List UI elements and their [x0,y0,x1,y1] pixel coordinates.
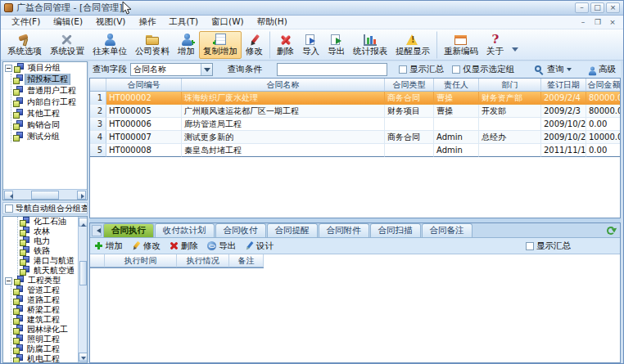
tree-item[interactable]: 内部自行工程 [11,97,87,108]
menu-item[interactable]: 编辑(E) [47,16,88,29]
detail-tab[interactable]: 收付款计划 [155,223,215,237]
detail-toolbar-button[interactable]: 设计 [244,240,274,252]
column-header[interactable]: 合同金额 [586,79,621,92]
column-header[interactable]: 执行情况 [177,254,229,267]
only-selected-group-checkbox-row[interactable]: 仅显示选定组 [452,64,514,75]
detail-show-summary-checkbox[interactable] [526,242,534,250]
tree-item[interactable]: 照明工程 [11,335,78,344]
scrollbar-thumb[interactable] [79,261,87,285]
scroll-up-icon[interactable] [79,218,88,227]
table-row[interactable]: 4 HT000007 测试更多新的 商务合同 Admin 总经办 2009/10… [90,131,620,144]
toolbar-button[interactable]: 关于 [482,31,508,59]
toolbar-overflow-chevron[interactable] [509,33,520,57]
table-row[interactable]: 5 HT000008 秦皇岛封堵工程 Admin 2011/11/1 0.00 [90,144,620,157]
column-header[interactable]: 合同类型 [385,79,434,92]
menu-item[interactable]: 工具(T) [163,16,204,29]
detail-tab[interactable]: 合同执行 [103,223,154,237]
toolbar-button[interactable]: 删除 [269,31,298,59]
column-header[interactable]: 备注 [229,254,264,267]
show-summary-checkbox-row[interactable]: 显示汇总 [399,64,444,75]
chevron-down-icon[interactable] [201,64,212,75]
detail-toolbar-button[interactable]: 修改 [131,240,161,252]
tree-item[interactable]: 机电工程 [11,354,78,362]
tree-item[interactable]: 农林 [18,227,78,236]
menu-item[interactable]: 操作 [133,16,161,29]
column-header[interactable]: 合同编号 [106,79,182,92]
scroll-right-icon[interactable] [77,191,86,200]
toolbar-button[interactable]: 公司资料 [131,31,174,59]
auto-group-checkbox-row[interactable]: 导航自动组合分组查询 [2,202,88,214]
tree-item[interactable]: 管道工程 [11,285,78,295]
minimize-button[interactable]: – [575,2,589,13]
tree-item[interactable]: 港口与航道 [18,256,78,266]
column-header[interactable]: 执行时间 [105,254,177,267]
vertical-scrollbar[interactable] [78,217,87,362]
detail-toolbar-button[interactable]: 删除 [169,240,198,252]
show-summary-checkbox[interactable] [399,65,407,74]
scroll-left-icon[interactable] [4,191,13,200]
toolbar-button[interactable]: 导出 [323,31,349,59]
tree-item[interactable]: 招投标工程 [11,74,87,85]
column-header[interactable]: 责任人 [434,79,479,92]
collapse-panel-button[interactable] [92,225,102,236]
close-button[interactable]: × [606,2,620,13]
tree-item[interactable]: 铁路 [18,246,78,256]
column-header[interactable]: 签订日期 [541,79,586,92]
collapse-expander-icon[interactable] [5,277,12,285]
toolbar-button[interactable]: 系统设置 [46,31,88,59]
maximize-button[interactable]: □ [590,2,604,13]
query-field-select[interactable]: 合同名称 [130,63,213,76]
detail-tab[interactable]: 合同备注 [422,223,473,237]
menu-item[interactable]: 帮助(H) [251,16,293,29]
detail-tab[interactable]: 合同收付 [215,223,266,237]
toolbar-button[interactable]: 往来单位 [88,31,131,59]
toolbar-button[interactable]: 复制增加 [199,31,242,59]
query-condition-input[interactable] [277,63,387,76]
advanced-button[interactable]: 高级 [583,63,617,76]
tree-item[interactable]: 购销合同 [11,119,87,131]
only-selected-group-checkbox[interactable] [452,65,460,74]
toolbar-button[interactable]: 导入 [298,31,323,59]
toolbar-button[interactable]: 重新编码 [436,31,482,59]
detail-tab[interactable]: 合同附件 [319,223,369,237]
detail-toolbar-button[interactable]: 增加 [93,240,123,252]
tree-item[interactable]: 化工石油 [18,217,78,227]
auto-group-checkbox[interactable] [5,204,13,213]
tree-item[interactable]: 测试分组 [11,131,87,142]
detail-toolbar-button[interactable]: 导出 [206,240,236,252]
menu-item[interactable]: 窗口(W) [206,16,250,29]
table-row[interactable]: 3 HT000006 廊坊管道局工程 2009/10/28 0.00 [90,118,620,131]
column-header[interactable]: 合同名称 [182,79,385,92]
refresh-icon[interactable] [606,225,617,236]
toolbar-button[interactable]: 提醒显示 [391,31,434,59]
toolbar-button[interactable]: 修改 [242,31,267,59]
scroll-down-icon[interactable] [79,353,88,362]
tree-item[interactable]: 普通用户工程 [11,85,87,97]
toolbar-button[interactable]: 系统选项 [3,31,46,59]
tree-item[interactable]: 桥梁工程 [11,305,78,315]
toolbar-button[interactable]: 增加 [174,31,199,59]
menu-item[interactable]: 视图(V) [90,16,131,29]
collapse-expander-icon[interactable] [5,65,12,72]
tree-root-project-types[interactable]: 工程类型 [3,276,78,285]
horizontal-scrollbar[interactable] [3,189,87,200]
table-row[interactable]: 2 HT000005 广州顺风速运花都厂区一期工程 财务项目 曹操 开发部 20… [90,105,620,118]
tree-item[interactable]: 防腐工程 [11,344,78,354]
detail-tab[interactable]: 合同扫描 [370,223,421,237]
mdi-restore-button[interactable]: ❐ [592,18,604,26]
tree-item[interactable]: 航天航空通 [18,266,78,276]
tree-item[interactable]: 其他工程 [11,108,87,119]
tree-item[interactable]: 园林绿化工 [11,325,78,335]
detail-tab[interactable]: 合同提醒 [267,223,318,237]
mdi-close-button[interactable]: × [607,18,618,26]
tree-root-project-groups[interactable]: 项目分组 [3,62,87,74]
mdi-minimize-button[interactable]: – [577,18,589,26]
tree-item[interactable]: 电力 [18,236,78,246]
query-button[interactable]: 查询 [532,63,573,76]
detail-show-summary-row[interactable]: 显示汇总 [526,240,571,252]
menu-item[interactable]: 文件(F) [6,16,46,29]
tree-item[interactable]: 建筑工程 [11,315,78,325]
table-row[interactable]: 1 HT000002 珠海纺织厂废水处理 商务合同 曹操 财务资产部 2009/… [90,92,620,105]
toolbar-button[interactable]: 统计报表 [349,31,391,59]
tree-item[interactable]: 道路工程 [11,295,78,305]
